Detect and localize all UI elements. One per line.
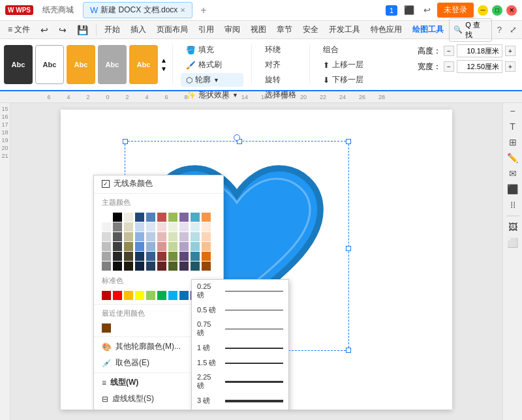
theme-color-cell[interactable] <box>113 242 122 251</box>
theme-color-cell[interactable] <box>168 213 177 222</box>
theme-color-cell[interactable] <box>113 222 122 232</box>
theme-color-cell[interactable] <box>124 262 133 271</box>
line-width-item[interactable]: 2.25 磅 <box>192 370 288 393</box>
menu-special[interactable]: 特色应用 <box>365 22 407 37</box>
height-decrease[interactable]: − <box>444 46 454 56</box>
theme-color-cell[interactable] <box>168 252 177 261</box>
shape-btn-2[interactable]: Abc <box>35 45 64 84</box>
minimize-button[interactable]: ─ <box>478 5 488 16</box>
tool-img1[interactable]: 🖼 <box>508 222 517 232</box>
rotate-button[interactable]: 旋转 <box>260 73 301 87</box>
close-button[interactable]: ✕ <box>506 5 517 16</box>
wrap-button[interactable]: 环绕 <box>260 43 301 57</box>
group-button[interactable]: 组合 <box>318 43 369 57</box>
menu-save[interactable]: 💾 <box>72 23 93 37</box>
help-icon[interactable]: ? <box>495 23 504 36</box>
theme-color-cell[interactable] <box>179 252 189 261</box>
theme-color-cell[interactable] <box>157 252 166 261</box>
menu-insert[interactable]: 插入 <box>125 22 151 37</box>
no-outline-item[interactable]: ✓ 无线条颜色 <box>94 175 223 192</box>
theme-color-cell[interactable] <box>113 252 122 261</box>
handle-mr[interactable] <box>346 246 351 251</box>
menu-ref[interactable]: 引用 <box>193 22 219 37</box>
outline-dropdown-icon[interactable]: ▼ <box>213 77 219 83</box>
theme-color-cell[interactable] <box>124 242 133 251</box>
theme-color-cell[interactable] <box>135 262 144 271</box>
theme-color-cell[interactable] <box>179 242 189 251</box>
tool-img2[interactable]: ⬜ <box>507 237 518 248</box>
line-width-item[interactable]: 1.5 磅 <box>192 355 288 370</box>
theme-color-cell[interactable] <box>135 222 144 232</box>
standard-color-cell[interactable] <box>179 291 189 300</box>
menu-chapter[interactable]: 章节 <box>271 22 298 37</box>
theme-color-cell[interactable] <box>102 242 111 251</box>
shape-scroll-down[interactable]: ▼ <box>161 65 167 72</box>
theme-color-cell[interactable] <box>179 232 189 241</box>
menu-layout[interactable]: 页面布局 <box>151 22 193 37</box>
theme-color-cell[interactable] <box>102 252 111 261</box>
theme-color-cell[interactable] <box>202 242 211 251</box>
shape-btn-5[interactable]: Abc <box>129 45 158 84</box>
standard-color-cell[interactable] <box>146 291 155 300</box>
line-width-item[interactable]: 3 磅 <box>192 393 288 408</box>
theme-color-cell[interactable] <box>157 242 166 251</box>
standard-color-cell[interactable] <box>102 291 111 300</box>
line-width-item[interactable]: 1 磅 <box>192 340 288 355</box>
handle-tl[interactable] <box>123 139 128 144</box>
theme-color-cell[interactable] <box>113 262 122 271</box>
handle-tr[interactable] <box>346 139 351 144</box>
search-box[interactable]: 🔍 Q 查找 <box>449 18 492 42</box>
standard-color-cell[interactable] <box>157 291 166 300</box>
handle-br[interactable] <box>346 348 351 353</box>
menu-view[interactable]: 视图 <box>245 22 271 37</box>
shape-btn-1[interactable]: Abc <box>4 45 33 84</box>
line-width-item[interactable]: 0.25 磅 <box>192 280 288 303</box>
theme-color-cell[interactable] <box>135 242 144 251</box>
tab-zhike[interactable]: 纸壳商城 <box>36 2 80 18</box>
theme-color-cell[interactable] <box>202 222 211 232</box>
menu-dev[interactable]: 开发工具 <box>324 22 365 37</box>
menu-start[interactable]: 开始 <box>99 22 125 37</box>
tool-mail[interactable]: ✉ <box>509 168 517 179</box>
tr-icon-1[interactable]: ⬛ <box>401 4 417 16</box>
theme-color-cell[interactable] <box>124 252 133 261</box>
theme-color-cell[interactable] <box>191 242 200 251</box>
standard-color-cell[interactable] <box>168 291 177 300</box>
menu-review[interactable]: 审阅 <box>219 22 245 37</box>
shape-btn-3[interactable]: Abc <box>67 45 95 84</box>
theme-color-cell[interactable] <box>124 222 133 232</box>
theme-color-cell[interactable] <box>113 232 122 241</box>
width-input[interactable] <box>457 60 502 73</box>
theme-color-cell[interactable] <box>168 242 177 251</box>
fill-button[interactable]: 🪣 填充 <box>181 43 243 57</box>
theme-color-cell[interactable] <box>102 213 111 222</box>
theme-color-cell[interactable] <box>168 232 177 241</box>
theme-color-cell[interactable] <box>135 232 144 241</box>
theme-color-cell[interactable] <box>124 232 133 241</box>
theme-color-cell[interactable] <box>157 222 166 232</box>
menu-file[interactable]: ≡ 文件 <box>3 22 35 37</box>
theme-color-cell[interactable] <box>102 232 111 241</box>
theme-color-cell[interactable] <box>202 252 211 261</box>
theme-color-cell[interactable] <box>202 262 211 271</box>
shape-btn-4[interactable]: Abc <box>98 45 127 84</box>
align-button[interactable]: 对齐 <box>260 58 301 72</box>
line-width-item[interactable]: 0.75 磅 <box>192 318 288 340</box>
down-layer-button[interactable]: ⬇ 下移一层 <box>318 73 369 87</box>
rotate-handle[interactable] <box>234 134 240 141</box>
maximize-button[interactable]: □ <box>492 5 502 16</box>
standard-color-cell[interactable] <box>113 291 122 300</box>
theme-color-cell[interactable] <box>179 213 189 222</box>
height-input[interactable] <box>457 44 502 57</box>
theme-color-cell[interactable] <box>157 232 166 241</box>
add-tab-button[interactable]: + <box>195 2 211 19</box>
theme-color-cell[interactable] <box>191 262 200 271</box>
height-increase[interactable]: + <box>505 46 515 56</box>
theme-color-cell[interactable] <box>202 213 211 222</box>
theme-color-cell[interactable] <box>135 252 144 261</box>
doc-tab[interactable]: W 新建 DOCX 文档.docx ✕ <box>83 2 192 18</box>
theme-color-cell[interactable] <box>191 222 200 232</box>
standard-color-cell[interactable] <box>135 291 144 300</box>
standard-color-cell[interactable] <box>124 291 133 300</box>
tr-icon-2[interactable]: ↩ <box>421 4 433 16</box>
